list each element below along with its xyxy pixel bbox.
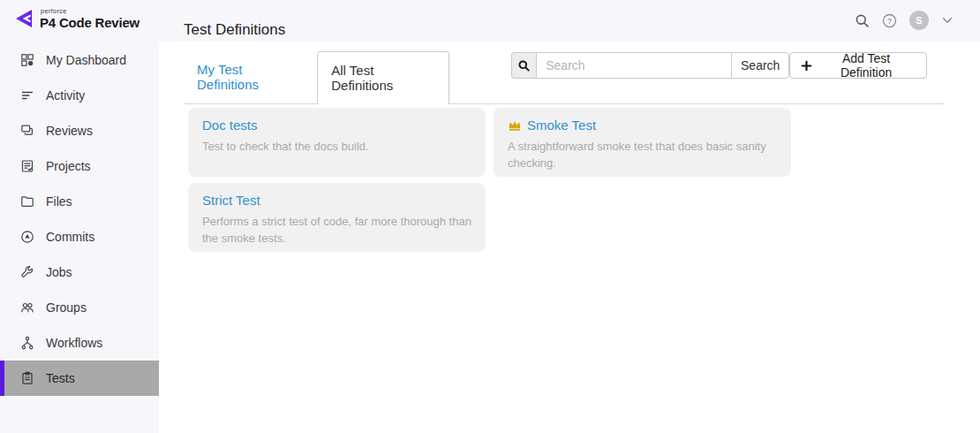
search-icon[interactable] bbox=[855, 13, 870, 28]
user-avatar[interactable]: S bbox=[909, 11, 929, 30]
jobs-wrench-icon bbox=[19, 265, 34, 280]
files-folder-icon bbox=[19, 194, 34, 209]
sidebar-item-commits[interactable]: Commits bbox=[0, 219, 159, 254]
app-logo[interactable]: perforce P4 Code Review bbox=[13, 8, 139, 29]
crown-icon bbox=[508, 119, 522, 132]
test-definition-link[interactable]: Doc tests bbox=[202, 118, 258, 133]
test-definition-card[interactable]: Smoke Test A straightforward smoke test … bbox=[494, 108, 791, 177]
sidebar-item-groups[interactable]: Groups bbox=[0, 290, 159, 325]
test-definition-link[interactable]: Smoke Test bbox=[527, 118, 596, 133]
active-indicator bbox=[0, 361, 4, 396]
add-test-definition-button[interactable]: Add Test Definition bbox=[789, 52, 927, 79]
workflows-icon bbox=[19, 336, 34, 351]
sidebar-item-label: Tests bbox=[46, 371, 75, 385]
sidebar-item-label: My Dashboard bbox=[46, 53, 126, 67]
groups-icon bbox=[19, 300, 34, 315]
test-definition-description: Test to check that the docs build. bbox=[202, 138, 471, 155]
sidebar-item-label: Groups bbox=[46, 300, 87, 315]
tests-clipboard-icon bbox=[19, 371, 34, 386]
search-button[interactable]: Search bbox=[731, 52, 789, 79]
sidebar-item-label: Commits bbox=[46, 230, 94, 244]
sidebar-item-projects[interactable]: Projects bbox=[0, 148, 159, 184]
brand-company: perforce bbox=[41, 8, 139, 14]
tab-my-test-definitions[interactable]: My Test Definitions bbox=[184, 51, 317, 103]
test-definition-description: Performs a strict test of code, far more… bbox=[202, 213, 471, 247]
sidebar-item-jobs[interactable]: Jobs bbox=[0, 254, 159, 290]
search-group: Search bbox=[511, 52, 789, 79]
sidebar-item-activity[interactable]: Activity bbox=[0, 78, 159, 113]
test-definition-link[interactable]: Strict Test bbox=[202, 193, 260, 208]
commits-icon bbox=[19, 230, 34, 245]
main-content: My Test Definitions All Test Definitions… bbox=[159, 42, 980, 433]
sidebar-menu: My Dashboard Activity Reviews bbox=[0, 42, 159, 396]
add-test-definition-label: Add Test Definition bbox=[817, 51, 916, 80]
sidebar-item-my-dashboard[interactable]: My Dashboard bbox=[0, 42, 159, 78]
plus-icon bbox=[801, 60, 812, 72]
test-definition-cards: Doc tests Test to check that the docs bu… bbox=[188, 108, 791, 252]
chevron-down-icon[interactable] bbox=[941, 14, 954, 27]
sidebar-item-label: Jobs bbox=[46, 265, 72, 279]
search-addon-icon[interactable] bbox=[511, 52, 536, 79]
sidebar-item-label: Workflows bbox=[46, 336, 102, 350]
logo-text: perforce P4 Code Review bbox=[40, 8, 139, 29]
brand-app-name: P4 Code Review bbox=[40, 16, 139, 29]
dashboard-grid-icon bbox=[19, 53, 34, 68]
reviews-icon bbox=[19, 124, 34, 139]
test-definition-card[interactable]: Doc tests Test to check that the docs bu… bbox=[188, 108, 486, 177]
tab-bar: My Test Definitions All Test Definitions… bbox=[184, 51, 945, 104]
tab-all-test-definitions[interactable]: All Test Definitions bbox=[317, 51, 449, 104]
search-input[interactable] bbox=[536, 52, 731, 79]
sidebar-item-reviews[interactable]: Reviews bbox=[0, 113, 159, 148]
sidebar-item-tests[interactable]: Tests bbox=[0, 361, 159, 396]
activity-icon bbox=[19, 88, 34, 103]
page-title: Test Definitions bbox=[184, 21, 285, 39]
sidebar-item-label: Files bbox=[46, 194, 72, 209]
svg-text:?: ? bbox=[887, 16, 892, 25]
test-definition-description: A straightforward smoke test that does b… bbox=[508, 138, 777, 171]
perforce-logo-icon bbox=[13, 8, 34, 29]
sidebar-item-workflows[interactable]: Workflows bbox=[0, 325, 159, 361]
help-icon[interactable]: ? bbox=[882, 13, 897, 28]
page: { "brand": { "company": "perforce", "app… bbox=[0, 0, 980, 433]
sidebar-item-label: Reviews bbox=[46, 124, 93, 138]
topbar-icons: ? S bbox=[855, 10, 954, 31]
projects-icon bbox=[19, 159, 34, 174]
sidebar-item-files[interactable]: Files bbox=[0, 184, 159, 219]
sidebar-item-label: Activity bbox=[46, 88, 85, 103]
sidebar: perforce P4 Code Review My Dashboard Act… bbox=[0, 0, 159, 433]
sidebar-item-label: Projects bbox=[46, 159, 91, 173]
test-definition-card[interactable]: Strict Test Performs a strict test of co… bbox=[188, 183, 486, 252]
